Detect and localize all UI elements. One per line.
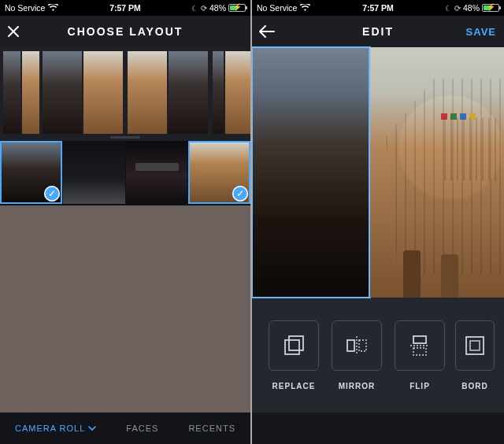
empty-grid-area <box>0 205 250 413</box>
battery-icon: ⚡ <box>482 4 499 12</box>
tool-replace[interactable]: REPLACE <box>266 320 321 390</box>
thumbnail[interactable]: ✓ <box>0 141 62 204</box>
tab-recents[interactable]: RECENTS <box>188 424 235 433</box>
tool-border[interactable]: BORD <box>455 320 495 390</box>
status-bar: No Service 7:57 PM ☾ ⟳ 48% ⚡ <box>0 0 250 16</box>
edit-toolbar: REPLACE MIRROR FLIP BORD <box>252 298 504 413</box>
tab-label: FACES <box>126 424 158 433</box>
chevron-down-icon <box>88 424 96 433</box>
rotation-lock-icon: ⟳ <box>454 4 461 13</box>
page-title: CHOOSE LAYOUT <box>68 25 183 38</box>
flip-icon <box>395 320 445 371</box>
layout-options-strip[interactable] <box>0 47 250 138</box>
tool-mirror[interactable]: MIRROR <box>329 320 384 390</box>
status-bar: No Service 7:57 PM ☾ ⟳ 48% ⚡ <box>252 0 504 16</box>
svg-rect-0 <box>285 340 299 354</box>
layout-option[interactable] <box>43 51 124 134</box>
back-button[interactable] <box>258 16 276 47</box>
dnd-moon-icon: ☾ <box>191 4 198 13</box>
tab-label: RECENTS <box>188 424 235 433</box>
svg-rect-4 <box>359 340 366 351</box>
page-title: EDIT <box>362 25 394 38</box>
svg-rect-1 <box>289 336 303 350</box>
thumbnail[interactable] <box>63 141 125 204</box>
battery-percent: 48% <box>463 3 480 13</box>
selected-check-icon: ✓ <box>232 186 248 202</box>
battery-icon: ⚡ <box>228 4 246 12</box>
layout-option[interactable] <box>3 51 39 134</box>
tool-label: BORD <box>461 382 487 390</box>
footer-strip <box>252 413 504 444</box>
svg-rect-7 <box>413 348 426 355</box>
canvas-panel-selected[interactable] <box>252 47 370 298</box>
mirror-icon <box>332 320 382 371</box>
rotation-lock-icon: ⟳ <box>201 4 207 13</box>
save-button[interactable]: SAVE <box>466 16 496 47</box>
thumbnail[interactable] <box>126 141 188 204</box>
close-button[interactable] <box>6 16 20 47</box>
nav-bar: EDIT SAVE <box>252 16 504 47</box>
border-icon <box>455 320 495 371</box>
tool-label: REPLACE <box>272 382 316 390</box>
canvas-panel[interactable] <box>370 47 504 298</box>
svg-rect-3 <box>347 340 354 351</box>
photo-thumbnails: ✓ ✓ <box>0 141 250 205</box>
tab-label: CAMERA ROLL <box>15 424 85 433</box>
thumbnail[interactable]: ✓ <box>188 141 250 204</box>
svg-rect-6 <box>413 336 426 343</box>
battery-percent: 48% <box>209 3 226 13</box>
layout-option[interactable] <box>213 51 250 134</box>
tab-camera-roll[interactable]: CAMERA ROLL <box>15 424 96 433</box>
svg-rect-8 <box>466 337 484 354</box>
replace-icon <box>269 320 319 371</box>
selected-check-icon: ✓ <box>44 186 60 202</box>
svg-rect-9 <box>470 341 480 350</box>
layout-option[interactable] <box>128 51 209 134</box>
dnd-moon-icon: ☾ <box>445 4 452 13</box>
tool-flip[interactable]: FLIP <box>392 320 447 390</box>
tab-faces[interactable]: FACES <box>126 424 158 433</box>
nav-bar: CHOOSE LAYOUT <box>0 16 250 47</box>
bottom-tab-bar: CAMERA ROLL FACES RECENTS <box>0 413 250 444</box>
tool-label: MIRROR <box>339 382 376 390</box>
tool-label: FLIP <box>410 382 430 390</box>
layout-canvas[interactable] <box>252 47 504 298</box>
